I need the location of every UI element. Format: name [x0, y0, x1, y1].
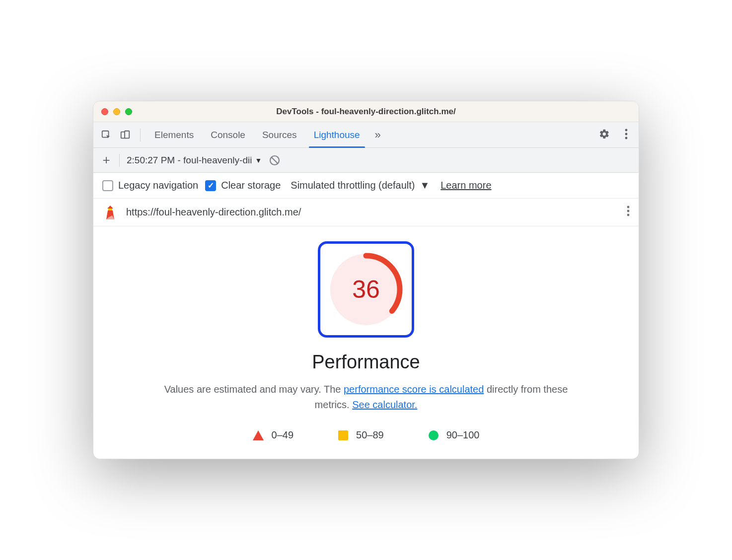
learn-more-link[interactable]: Learn more — [440, 180, 491, 191]
tab-console[interactable]: Console — [204, 123, 252, 147]
tab-label: Elements — [154, 130, 194, 140]
see-calculator-link[interactable]: See calculator. — [352, 399, 417, 410]
svg-rect-2 — [125, 131, 129, 138]
report-selector-label: 2:50:27 PM - foul-heavenly-dii — [127, 155, 252, 166]
lighthouse-subtoolbar: + 2:50:27 PM - foul-heavenly-dii ▼ — [93, 148, 639, 173]
tab-lighthouse[interactable]: Lighthouse — [307, 123, 367, 147]
performance-description: Values are estimated and may vary. The p… — [157, 382, 575, 413]
throttling-label: Simulated throttling (default) — [291, 180, 415, 191]
tab-label: Sources — [262, 130, 297, 140]
tab-sources[interactable]: Sources — [255, 123, 304, 147]
legend-range: 90–100 — [446, 429, 480, 441]
svg-rect-9 — [108, 209, 112, 210]
more-tabs-icon[interactable]: » — [370, 129, 386, 141]
throttling-selector[interactable]: Simulated throttling (default) ▼ — [291, 180, 430, 191]
performance-gauge-highlight: 36 — [318, 241, 414, 338]
chevron-down-icon: ▼ — [255, 156, 262, 164]
report-selector[interactable]: 2:50:27 PM - foul-heavenly-dii ▼ — [127, 155, 262, 166]
traffic-lights — [101, 108, 132, 115]
report-menu-icon[interactable] — [627, 206, 630, 219]
device-toolbar-icon[interactable] — [117, 127, 133, 143]
window-close-button[interactable] — [101, 108, 108, 115]
performance-score: 36 — [326, 250, 406, 329]
svg-point-5 — [625, 137, 628, 139]
performance-title: Performance — [113, 351, 619, 373]
lighthouse-icon — [102, 205, 118, 220]
legend-range: 0–49 — [272, 429, 294, 441]
clear-storage-label: Clear storage — [221, 180, 281, 191]
desc-text: Values are estimated and may vary. The — [164, 384, 344, 395]
lighthouse-options: Legacy navigation Clear storage Simulate… — [93, 173, 639, 199]
score-legend: 0–49 50–89 90–100 — [113, 429, 619, 441]
report-url-row: https://foul-heavenly-direction.glitch.m… — [93, 199, 639, 226]
svg-point-4 — [625, 133, 628, 135]
chevron-down-icon: ▼ — [420, 180, 430, 191]
lighthouse-report: 36 Performance Values are estimated and … — [93, 226, 639, 459]
tab-label: Lighthouse — [314, 130, 360, 140]
window-minimize-button[interactable] — [113, 108, 120, 115]
divider — [140, 129, 141, 141]
new-report-button[interactable]: + — [100, 152, 112, 168]
clear-report-icon[interactable] — [269, 154, 281, 166]
checkbox-checked-icon — [205, 180, 216, 191]
devtools-window: DevTools - foul-heavenly-direction.glitc… — [93, 101, 639, 459]
circle-icon — [429, 430, 439, 440]
report-url: https://foul-heavenly-direction.glitch.m… — [126, 207, 619, 218]
window-zoom-button[interactable] — [125, 108, 132, 115]
tab-elements[interactable]: Elements — [147, 123, 201, 147]
svg-point-13 — [627, 210, 630, 212]
devtools-tabstrip: Elements Console Sources Lighthouse » — [93, 122, 639, 148]
tab-label: Console — [211, 130, 245, 140]
triangle-icon — [253, 430, 264, 440]
divider — [119, 154, 120, 167]
legend-fail: 0–49 — [253, 429, 294, 441]
performance-gauge[interactable]: 36 — [326, 250, 406, 329]
legend-range: 50–89 — [356, 429, 384, 441]
legend-good: 90–100 — [429, 429, 480, 441]
clear-storage-toggle[interactable]: Clear storage — [205, 180, 281, 191]
more-options-icon[interactable] — [619, 129, 634, 141]
window-title: DevTools - foul-heavenly-direction.glitc… — [93, 107, 639, 117]
legacy-navigation-toggle[interactable]: Legacy navigation — [102, 180, 198, 191]
square-icon — [338, 430, 348, 440]
titlebar: DevTools - foul-heavenly-direction.glitc… — [93, 101, 639, 122]
legend-average: 50–89 — [338, 429, 384, 441]
svg-point-3 — [625, 129, 628, 131]
svg-point-12 — [627, 206, 630, 208]
svg-point-14 — [627, 213, 630, 216]
svg-line-7 — [272, 157, 278, 163]
legacy-navigation-label: Legacy navigation — [118, 180, 198, 191]
score-calc-link[interactable]: performance score is calculated — [344, 384, 484, 395]
inspect-element-icon[interactable] — [98, 127, 114, 143]
checkbox-unchecked-icon — [102, 180, 113, 191]
settings-icon[interactable] — [593, 129, 616, 141]
svg-marker-8 — [107, 206, 113, 209]
